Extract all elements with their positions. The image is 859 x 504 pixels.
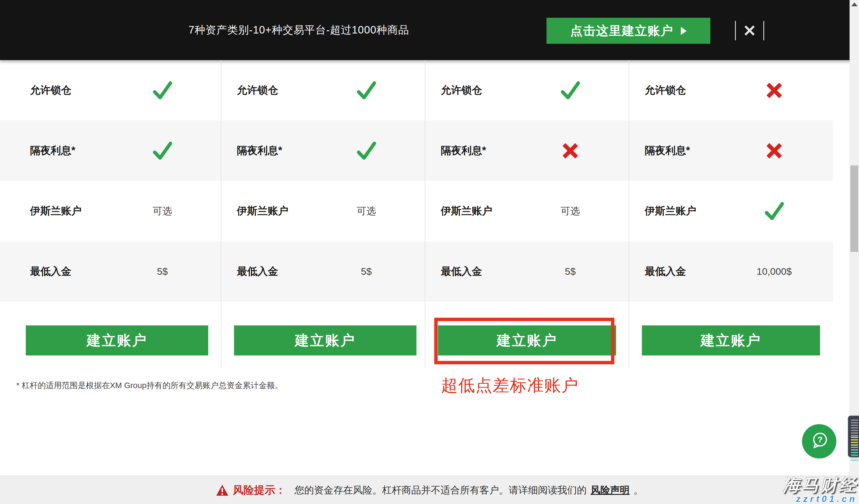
warning-triangle-icon [216,484,229,496]
feature-cell: 最低入金5$ [0,241,221,302]
risk-warning-text: 您的资金存在风险。杠杆商品并不适合所有客户。请详细阅读我们的 [295,484,587,497]
feature-cell: 允许锁仓 [425,60,629,121]
feature-label: 最低入金 [425,265,482,279]
leverage-footnote: * 杠杆的适用范围是根据在XM Group持有的所有交易账户总资金累计金额。 [16,380,283,391]
open-account-cta-button[interactable]: 点击这里建立账户 [546,18,710,44]
feature-value [727,80,822,100]
feature-label: 最低入金 [0,265,71,279]
feature-label: 伊斯兰账户 [221,204,288,218]
account-column: 允许锁仓隔夜利息*伊斯兰账户可选最低入金5$ [425,60,629,302]
help-chat-button[interactable]: ? [802,424,837,458]
comparison-table: 允许锁仓隔夜利息*伊斯兰账户可选最低入金5$允许锁仓隔夜利息*伊斯兰账户可选最低… [0,60,833,302]
risk-warning-label: 风险提示： [233,483,286,498]
feature-value: 可选 [115,205,210,218]
check-icon [151,79,174,102]
column-separator [629,60,629,368]
feature-value: 10,000$ [727,266,822,277]
feature-label: 隔夜利息* [221,144,282,158]
feature-label: 允许锁仓 [221,83,278,97]
feature-label: 隔夜利息* [629,144,690,158]
feature-value: 5$ [319,266,413,277]
check-icon [151,139,174,162]
column-separator [425,60,425,368]
risk-warning-bar: 风险提示： 您的资金存在风险。杠杆商品并不适合所有客户。请详细阅读我们的 风险声… [0,476,859,504]
feature-value: 5$ [523,266,618,277]
create-account-button[interactable]: 建立账户 [438,326,616,356]
feature-label: 伊斯兰账户 [425,204,492,218]
feature-cell: 伊斯兰账户 [629,181,833,241]
feature-label: 隔夜利息* [425,144,486,158]
feature-label: 允许锁仓 [0,83,71,97]
feature-cell: 最低入金10,000$ [629,241,833,302]
teal-stripes [851,447,858,461]
arrow-right-icon [681,27,687,35]
feature-label: 允许锁仓 [629,83,686,97]
close-icon[interactable]: ✕ [740,19,759,42]
divider [763,21,764,41]
annotation-text: 超低点差标准账户 [441,374,578,397]
feature-label: 伊斯兰账户 [0,204,81,218]
feature-value [115,79,210,102]
feature-value [115,139,210,162]
scroll-up-arrow-icon[interactable] [851,3,858,6]
feature-cell: 隔夜利息* [221,121,425,181]
check-icon [559,79,582,102]
scrollbar-thumb[interactable] [850,166,858,252]
create-account-button[interactable]: 建立账户 [234,326,417,356]
feature-value [523,141,618,161]
feature-value: 可选 [319,205,413,218]
feature-cell: 伊斯兰账户可选 [221,181,425,241]
cross-icon [560,141,580,161]
feature-value [727,141,822,161]
account-column: 允许锁仓隔夜利息*伊斯兰账户可选最低入金5$ [221,60,425,302]
account-column: 允许锁仓隔夜利息*伊斯兰账户可选最低入金5$ [0,60,221,302]
create-account-button[interactable]: 建立账户 [642,326,820,356]
feature-label: 允许锁仓 [425,83,482,97]
page: 7种资产类别-10+种交易平台-超过1000种商品 点击这里建立账户 ✕ 允许锁… [0,0,859,504]
risk-disclosure-link[interactable]: 风险声明 [591,484,630,497]
feature-cell: 隔夜利息* [425,121,629,181]
feature-cell: 隔夜利息* [0,121,221,181]
risk-warning-suffix: 。 [634,484,643,497]
feature-cell: 允许锁仓 [629,60,833,121]
feature-cell: 最低入金5$ [221,241,425,302]
account-column: 允许锁仓隔夜利息*伊斯兰账户最低入金10,000$ [629,60,833,302]
yellow-stripes [851,437,858,446]
create-account-button[interactable]: 建立账户 [26,326,208,356]
feature-value [319,79,413,102]
check-icon [355,139,378,162]
column-separator [221,60,222,368]
promo-title: 7种资产类别-10+种交易平台-超过1000种商品 [189,0,409,60]
feature-label: 最低入金 [629,265,686,279]
cta-label: 点击这里建立账户 [570,22,673,39]
feature-cell: 伊斯兰账户可选 [0,181,221,241]
cross-icon [764,80,784,100]
cross-icon [764,141,784,161]
feature-value: 可选 [523,205,618,218]
feature-label: 伊斯兰账户 [629,204,696,218]
feature-cell: 最低入金5$ [425,241,629,302]
question-bubble-icon: ? [809,430,830,453]
gray-stripes [851,420,858,436]
check-icon [355,79,378,102]
feature-cell: 允许锁仓 [221,60,425,121]
feature-value [727,200,822,223]
stripe-marker-widget[interactable] [848,415,859,457]
feature-value [523,79,618,102]
feature-label: 隔夜利息* [0,144,75,158]
promo-topbar: 7种资产类别-10+种交易平台-超过1000种商品 点击这里建立账户 ✕ [0,0,859,60]
feature-cell: 伊斯兰账户可选 [425,181,629,241]
feature-value: 5$ [115,266,210,277]
divider [735,21,736,41]
svg-text:?: ? [817,435,823,444]
feature-cell: 允许锁仓 [0,60,221,121]
feature-label: 最低入金 [221,265,278,279]
check-icon [763,200,786,223]
feature-value [319,139,413,162]
feature-cell: 隔夜利息* [629,121,833,181]
